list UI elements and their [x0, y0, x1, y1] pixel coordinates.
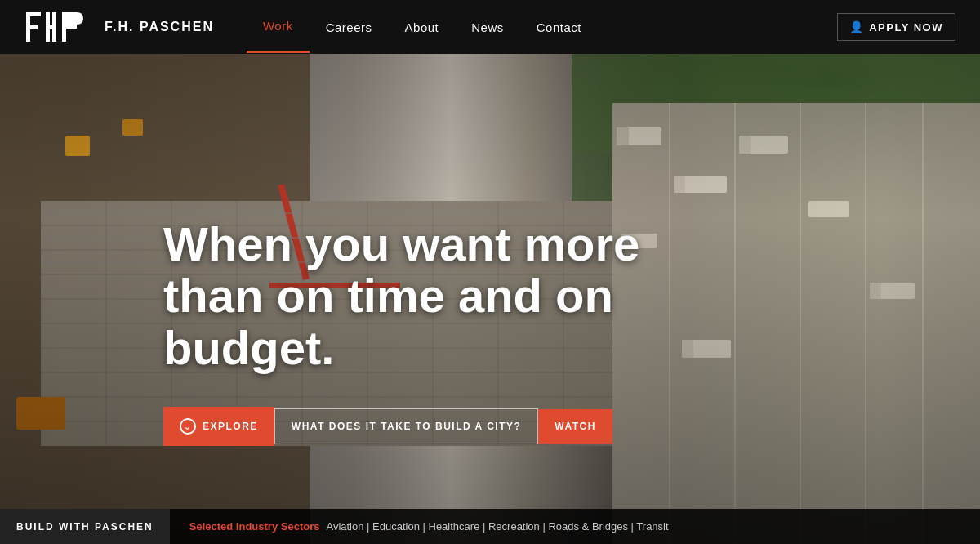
- svg-rect-1: [26, 12, 41, 16]
- nav-item-contact[interactable]: Contact: [520, 2, 598, 52]
- apply-now-button[interactable]: 👤 APPLY NOW: [837, 13, 956, 41]
- logo-area[interactable]: F.H. PASCHEN: [24, 9, 214, 45]
- explore-label: EXPLORE: [203, 421, 258, 432]
- sectors-list: Aviation | Education | Healthcare | Recr…: [326, 520, 668, 533]
- person-icon: 👤: [849, 20, 865, 33]
- hero-content: When you want more than on time and on b…: [163, 218, 751, 446]
- nav-link-news[interactable]: News: [455, 2, 520, 52]
- fhp-logo[interactable]: [24, 9, 90, 45]
- nav-link-contact[interactable]: Contact: [520, 2, 598, 52]
- nav-link-careers[interactable]: Careers: [310, 2, 389, 52]
- svg-rect-8: [62, 25, 77, 29]
- nav-item-about[interactable]: About: [389, 2, 456, 52]
- build-label: BUILD WITH PASCHEN: [0, 509, 170, 544]
- svg-rect-2: [26, 25, 38, 29]
- svg-rect-5: [52, 12, 56, 42]
- sectors-label: Selected Industry Sectors: [189, 520, 320, 533]
- bottom-bar: BUILD WITH PASCHEN Selected Industry Sec…: [0, 509, 980, 544]
- navbar: F.H. PASCHEN Work Careers About News Con…: [0, 0, 980, 54]
- hero-headline: When you want more than on time and on b…: [163, 218, 751, 374]
- video-button[interactable]: WHAT DOES IT TAKE TO BUILD A CITY?: [274, 408, 538, 444]
- watch-label: WATCH: [555, 421, 596, 432]
- nav-links: Work Careers About News Contact: [247, 1, 837, 53]
- nav-link-work[interactable]: Work: [247, 1, 310, 53]
- nav-item-careers[interactable]: Careers: [310, 2, 389, 52]
- nav-link-about[interactable]: About: [389, 2, 456, 52]
- brand-name: F.H. PASCHEN: [105, 20, 214, 34]
- apply-now-label: APPLY NOW: [869, 21, 943, 33]
- watch-button[interactable]: WATCH: [538, 409, 612, 444]
- industry-sectors: Selected Industry Sectors Aviation | Edu…: [170, 509, 980, 544]
- video-label: WHAT DOES IT TAKE TO BUILD A CITY?: [292, 421, 521, 432]
- nav-item-work[interactable]: Work: [247, 1, 310, 53]
- nav-item-news[interactable]: News: [455, 2, 520, 52]
- chevron-down-icon: ⌄: [180, 418, 196, 435]
- explore-button[interactable]: ⌄ EXPLORE: [163, 407, 274, 446]
- hero-section: When you want more than on time and on b…: [0, 0, 980, 544]
- hero-buttons: ⌄ EXPLORE WHAT DOES IT TAKE TO BUILD A C…: [163, 407, 751, 446]
